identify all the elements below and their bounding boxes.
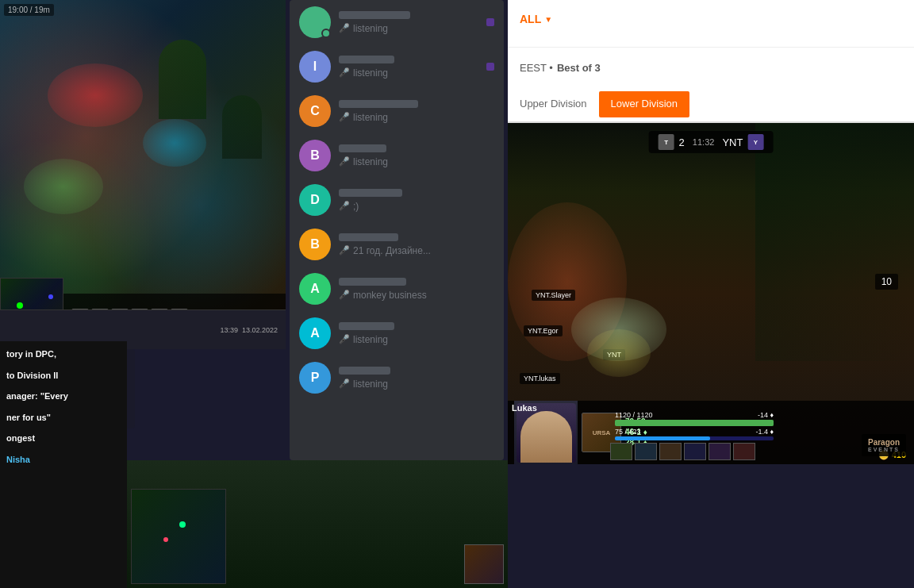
news-item-1: tory in DPC, bbox=[6, 348, 121, 361]
game-time: 11:32 bbox=[693, 137, 715, 147]
status-text-3: listening bbox=[353, 112, 388, 123]
avatar-7: A bbox=[299, 273, 331, 305]
score-left-num: 2 bbox=[679, 136, 685, 148]
division-tabs: Upper Division Lower Division bbox=[508, 87, 914, 123]
bottom-game-area bbox=[127, 460, 508, 588]
left-team-logo: T bbox=[659, 134, 674, 150]
mana-text: 75 / 423 bbox=[615, 428, 641, 436]
user-status-7: 🎤 monkey business bbox=[339, 290, 494, 301]
online-indicator-1 bbox=[321, 29, 331, 38]
player-hud-overlay: Lukas URSA 72-53 ♦ 46-1 ♦ 28-1 ♦ 1120 / … bbox=[508, 401, 914, 464]
paragon-name: Paragon bbox=[868, 438, 900, 447]
all-filter[interactable]: ALL ▼ bbox=[520, 13, 552, 25]
news-content: tory in DPC, to Division II anager: "Eve… bbox=[6, 348, 121, 466]
match-info-text: EEST • bbox=[520, 62, 553, 74]
discord-voice-panel: 🎤 listening I 🎤 listening C 🎤 lis bbox=[290, 0, 504, 460]
user-status-6: 🎤 21 год. Дизайне... bbox=[339, 245, 494, 256]
hero-icon-bottom bbox=[464, 544, 504, 584]
lower-division-tab[interactable]: Lower Division bbox=[599, 91, 690, 117]
game-effect3 bbox=[24, 159, 103, 214]
user-status-4: 🎤 listening bbox=[339, 156, 494, 167]
discord-user-7[interactable]: A 🎤 monkey business bbox=[290, 267, 504, 311]
health-mana-bars: 1120 / 1120 -14 ♦ 75 / 423 -1.4 ♦ bbox=[615, 411, 774, 440]
mic-muted-icon-5: 🎤 bbox=[339, 201, 350, 211]
status-text-2: listening bbox=[353, 67, 388, 79]
avatar-3: C bbox=[299, 95, 331, 127]
score-left-team: T 2 bbox=[659, 134, 685, 150]
right-team-logo: Y bbox=[747, 134, 763, 150]
user-status-2: 🎤 listening bbox=[339, 67, 478, 79]
all-label: ALL bbox=[520, 13, 541, 25]
mic-muted-icon-1: 🎤 bbox=[339, 23, 350, 33]
user-status-1: 🎤 listening bbox=[339, 23, 478, 34]
user-info-1: 🎤 listening bbox=[339, 11, 478, 34]
score-right-name: YNT bbox=[722, 136, 743, 148]
player-tag-slayer: YNT.Slayer bbox=[532, 290, 575, 301]
user-status-9: 🎤 listening bbox=[339, 379, 494, 390]
item-slots bbox=[610, 443, 755, 460]
discord-user-6[interactable]: B 🎤 21 год. Дизайне... bbox=[290, 222, 504, 267]
left-game-view: 19:00 / 19m bbox=[0, 0, 286, 341]
status-text-7: monkey business bbox=[353, 290, 427, 301]
status-text-1: listening bbox=[353, 23, 388, 34]
discord-user-4[interactable]: B 🎤 listening bbox=[290, 133, 504, 178]
status-text-8: listening bbox=[353, 334, 388, 345]
avatar-2: I bbox=[299, 51, 331, 83]
user-status-3: 🎤 listening bbox=[339, 112, 494, 123]
username-8 bbox=[339, 322, 394, 330]
mic-muted-icon-4: 🎤 bbox=[339, 156, 350, 167]
mic-muted-icon-7: 🎤 bbox=[339, 290, 350, 300]
tree bbox=[159, 40, 206, 119]
avatar-4: B bbox=[299, 140, 331, 171]
clock: 13:39 bbox=[220, 326, 238, 334]
net-worth-text: -14 ♦ bbox=[758, 411, 774, 419]
user-info-2: 🎤 listening bbox=[339, 56, 478, 79]
hero-effect2 bbox=[587, 329, 651, 377]
status-text-5: ;) bbox=[353, 201, 359, 212]
user-info-9: 🎤 listening bbox=[339, 367, 494, 390]
discord-user-3[interactable]: C 🎤 listening bbox=[290, 89, 504, 133]
site-header: ALL ▼ bbox=[508, 0, 914, 48]
discord-user-2[interactable]: I 🎤 listening bbox=[290, 44, 504, 89]
status-text-6: 21 год. Дизайне... bbox=[353, 245, 431, 256]
mic-muted-icon-2: 🎤 bbox=[339, 67, 350, 78]
env-trees bbox=[755, 123, 914, 361]
news-item-6: Nisha bbox=[6, 453, 121, 467]
user-status-8: 🎤 listening bbox=[339, 334, 494, 345]
user-info-8: 🎤 listening bbox=[339, 322, 494, 345]
net-worth-text2: -1.4 ♦ bbox=[755, 428, 774, 436]
game-timer: 19:00 / 19m bbox=[4, 4, 54, 16]
username-6 bbox=[339, 233, 398, 241]
discord-user-5[interactable]: D 🎤 ;) bbox=[290, 178, 504, 222]
minimap-hero bbox=[17, 302, 23, 309]
discord-user-8[interactable]: A 🎤 listening bbox=[290, 311, 504, 355]
kill-count: 10 bbox=[875, 274, 898, 290]
news-item-2: to Division II bbox=[6, 369, 121, 382]
avatar-6: B bbox=[299, 229, 331, 260]
mana-bar bbox=[615, 436, 774, 440]
status-text-4: listening bbox=[353, 156, 388, 167]
item-slot-5 bbox=[709, 443, 731, 460]
discord-user-9[interactable]: P 🎤 listening bbox=[290, 355, 504, 400]
player-tag-egor: YNT.Egor bbox=[524, 325, 563, 336]
scoreboard: T 2 11:32 YNT Y bbox=[649, 131, 774, 153]
news-panel: tory in DPC, to Division II anager: "Eve… bbox=[0, 341, 127, 588]
discord-user-1[interactable]: 🎤 listening bbox=[290, 0, 504, 44]
username-4 bbox=[339, 144, 386, 152]
paragon-logo: Paragon EVENTS bbox=[862, 434, 906, 456]
user-info-7: 🎤 monkey business bbox=[339, 278, 494, 301]
health-bar bbox=[615, 420, 774, 426]
item-slot-2 bbox=[635, 443, 657, 460]
upper-division-tab[interactable]: Upper Division bbox=[508, 91, 599, 117]
filter-chevron: ▼ bbox=[544, 15, 552, 24]
minimap-container bbox=[127, 460, 508, 588]
user-info-5: 🎤 ;) bbox=[339, 189, 494, 212]
username-5 bbox=[339, 189, 402, 197]
game-effect2 bbox=[143, 119, 206, 167]
score-right-team: YNT Y bbox=[722, 134, 763, 150]
right-game-view: T 2 11:32 YNT Y YNT.Slayer YNT.Egor YNT … bbox=[508, 123, 914, 464]
health-fill bbox=[615, 420, 774, 426]
minimap-hero-dot bbox=[179, 521, 186, 528]
match-info-bar: EEST • Best of 3 bbox=[508, 48, 914, 87]
item-slot-6 bbox=[733, 443, 755, 460]
